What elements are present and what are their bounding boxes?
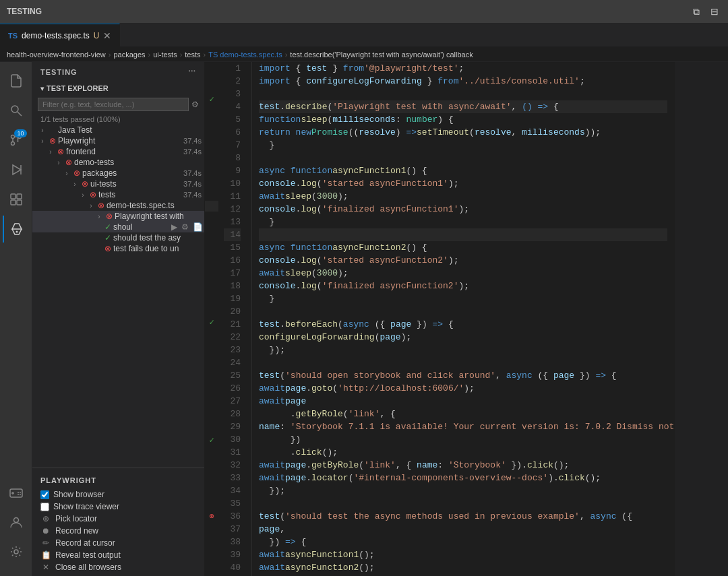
spec-arrow: ›: [86, 202, 96, 210]
close-browsers-item[interactable]: ✕ Close all browsers: [32, 561, 204, 573]
record-cursor-icon: ✏: [40, 538, 51, 548]
svg-point-0: [11, 106, 18, 113]
tree-item-demo-tests[interactable]: › ⊗ demo-tests: [32, 157, 204, 168]
code-line-37: page,: [259, 523, 667, 536]
playwright-section: PLAYWRIGHT Show browser Show trace viewe…: [32, 468, 204, 576]
gutter-20: [205, 264, 218, 275]
activity-extensions[interactable]: [3, 186, 30, 213]
activity-accounts[interactable]: [3, 509, 30, 536]
reveal-output-item[interactable]: 📋 Reveal test output: [32, 549, 204, 561]
code-line-29: name: 'Storybook 7.1.1 is available! You…: [259, 420, 667, 433]
code-line-6: return new Promise((resolve) => setTimeo…: [259, 126, 667, 139]
breadcrumb-describe[interactable]: test.describe('Playwright test with asyn…: [290, 51, 473, 59]
code-line-39: await asyncFunction1();: [259, 548, 667, 561]
split-editor-icon[interactable]: ⧉: [690, 5, 702, 19]
record-cursor-item[interactable]: ✏ Record at cursor: [32, 537, 204, 549]
reveal-button[interactable]: 📄: [191, 222, 204, 232]
gutter-48: [205, 565, 218, 576]
activity-settings[interactable]: [3, 538, 30, 565]
sidebar-menu-icon[interactable]: ⋯: [188, 67, 196, 76]
gutter-38: [205, 458, 218, 469]
breadcrumb-root[interactable]: health-overview-frontend-view: [7, 51, 106, 59]
gutter-34: [205, 414, 218, 424]
gutter-23: [205, 296, 218, 307]
svg-rect-10: [17, 200, 22, 205]
layout-icon[interactable]: ⊟: [708, 5, 721, 18]
show-browser-checkbox[interactable]: [40, 490, 49, 499]
show-trace-checkbox[interactable]: [40, 503, 49, 511]
gutter-12: [205, 180, 218, 191]
test-fails-status-icon: ⊗: [102, 244, 113, 253]
gutter-15: [205, 212, 218, 222]
svg-line-1: [18, 112, 22, 116]
test-explorer-header[interactable]: ▾ TEST EXPLORER: [32, 82, 204, 95]
code-line-9: async function asyncFunction1() {: [259, 164, 667, 177]
tab-demo-tests-spec[interactable]: TS demo-tests.spec.ts U ✕: [0, 24, 120, 47]
close-browsers-icon: ✕: [40, 563, 51, 572]
should-test-label: should test the asy: [113, 233, 204, 243]
tree-item-test-fails[interactable]: ⊗ test fails due to un: [32, 243, 204, 254]
test-explorer-label: TEST EXPLORER: [47, 84, 109, 92]
filter-icon[interactable]: ⚙: [191, 100, 199, 109]
svg-rect-7: [11, 194, 16, 199]
code-line-23: });: [259, 344, 667, 356]
show-trace-item[interactable]: Show trace viewer: [32, 501, 204, 513]
activity-search[interactable]: [3, 97, 30, 124]
code-line-24: [259, 356, 667, 369]
activity-testing[interactable]: [3, 216, 30, 243]
tree-item-tests[interactable]: › ⊗ tests 37.4s: [32, 189, 204, 200]
playwright-arrow: ›: [38, 137, 47, 145]
show-trace-label: Show trace viewer: [53, 502, 119, 511]
demo-tests-arrow: ›: [54, 159, 63, 166]
tree-item-frontend[interactable]: › ⊗ frontend 37.4s: [32, 146, 204, 157]
breadcrumb-tests[interactable]: tests: [185, 51, 200, 59]
tree-item-ui-tests[interactable]: › ⊗ ui-tests 37.4s: [32, 179, 204, 189]
gutter-24: [205, 306, 218, 317]
code-line-40: await asyncFunction2();: [259, 561, 667, 574]
show-browser-item[interactable]: Show browser: [32, 488, 204, 501]
tree-item-java[interactable]: › Java Test: [32, 125, 204, 135]
code-editor[interactable]: ✓ ✓: [205, 62, 674, 576]
run-button[interactable]: ▶: [170, 222, 179, 232]
breadcrumb-ui-tests[interactable]: ui-tests: [153, 51, 177, 59]
activity-source-control[interactable]: 10: [3, 127, 30, 154]
code-line-38: }) => {: [259, 536, 667, 548]
gutter-10: [205, 159, 218, 170]
spec-status-icon: ⊗: [96, 201, 107, 210]
gutter-30: [205, 371, 218, 382]
tests-time: 37.4s: [183, 191, 204, 199]
tree-item-playwright-test-with[interactable]: › ⊗ Playwright test with: [32, 211, 204, 222]
tab-close-button[interactable]: ✕: [103, 30, 111, 41]
gutter-4: ✓: [205, 94, 218, 106]
debug-button[interactable]: ⚙: [180, 222, 190, 232]
should-open-status-icon: ✓: [102, 222, 113, 232]
reveal-output-label: Reveal test output: [55, 550, 121, 560]
title-bar-right: ⧉ ⊟: [690, 5, 721, 19]
gutter-11: [205, 169, 218, 180]
tree-item-packages[interactable]: › ⊗ packages 37.4s: [32, 168, 204, 179]
code-line-17: await sleep(3000);: [259, 267, 667, 280]
gutter-5: [205, 106, 218, 117]
playwright-test-status-icon: ⊗: [104, 212, 115, 221]
test-fails-label: test fails due to un: [113, 244, 204, 253]
record-new-item[interactable]: ⏺ Record new: [32, 525, 204, 537]
activity-run[interactable]: [3, 156, 30, 183]
activity-files[interactable]: [3, 67, 30, 94]
filter-input[interactable]: [38, 98, 189, 111]
code-line-8: [259, 152, 667, 164]
code-line-15: async function asyncFunction2() {: [259, 241, 667, 254]
breadcrumb-file[interactable]: TS demo-tests.spec.ts: [208, 51, 282, 59]
code-line-4: test.describe('Playwright test with asyn…: [259, 100, 667, 113]
code-line-36: test('should test the async methods used…: [259, 510, 667, 523]
tree-item-playwright[interactable]: › ⊗ Playwright 37.4s: [32, 135, 204, 146]
tree-item-spec-file[interactable]: › ⊗ demo-tests.spec.ts: [32, 200, 204, 211]
breadcrumb-packages[interactable]: packages: [113, 51, 145, 59]
tree-item-should-test[interactable]: ✓ should test the asy: [32, 232, 204, 243]
gutter-27: [205, 340, 218, 351]
pick-locator-item[interactable]: ⊕ Pick locator: [32, 513, 204, 525]
activity-remote[interactable]: [3, 479, 30, 506]
gutter-19: [205, 253, 218, 264]
tree-item-should-open[interactable]: ✓ shoul ▶ ⚙ 📄: [32, 222, 204, 232]
editor-area: ✓ ✓: [205, 62, 674, 576]
main-layout: 10 TESTING ⋯ ▾: [0, 62, 728, 576]
